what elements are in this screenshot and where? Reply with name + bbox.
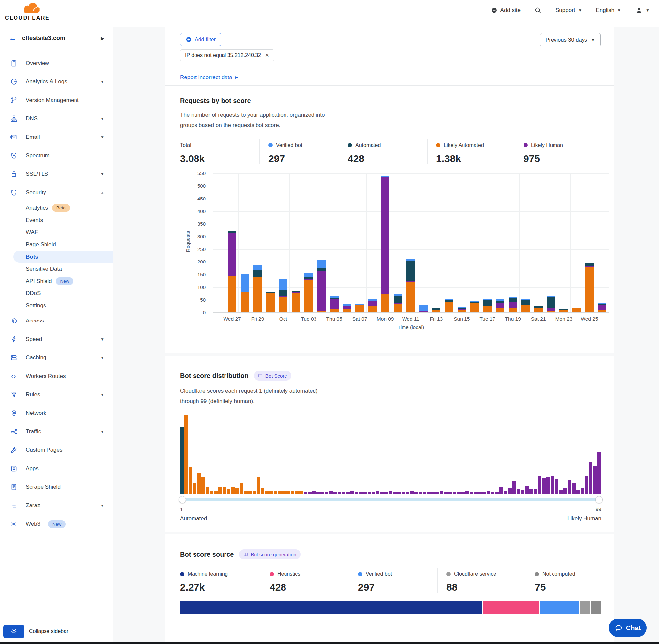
time-range-dropdown[interactable]: Previous 30 days ▼ [540, 33, 601, 46]
chevron-right-icon[interactable]: ▶ [100, 36, 104, 41]
sidebar-item-api-shield[interactable]: API ShieldNew [13, 275, 113, 287]
report-incorrect-data-link[interactable]: Report incorrect data▶ [165, 69, 614, 86]
source-title: Bot score source [180, 551, 234, 558]
stat-label[interactable]: Heuristics [277, 571, 300, 577]
stacked-bar[interactable] [277, 174, 290, 312]
stacked-bar[interactable] [238, 174, 251, 312]
stacked-bar[interactable] [596, 174, 609, 312]
filter-chip[interactable]: IP does not equal 35.212.240.32 ✕ [180, 49, 274, 61]
sidebar-item-scrape-shield[interactable]: Scrape Shield [0, 478, 113, 496]
histogram-bar [431, 492, 435, 494]
back-arrow-icon[interactable]: ← [8, 33, 16, 43]
stat-label[interactable]: Likely Automated [444, 142, 484, 148]
stacked-bar[interactable] [519, 174, 532, 312]
stacked-bar[interactable] [264, 174, 277, 312]
settings-gear-button[interactable] [3, 624, 24, 638]
stacked-bar[interactable] [289, 174, 302, 312]
sidebar-item-apps[interactable]: Apps [0, 459, 113, 478]
stacked-bar[interactable] [366, 174, 379, 312]
close-icon[interactable]: ✕ [265, 52, 269, 59]
sidebar-item-version-management[interactable]: Version Management [0, 91, 113, 110]
stacked-bar[interactable] [417, 174, 430, 312]
stacked-bar[interactable] [353, 174, 366, 312]
support-menu[interactable]: Support▼ [556, 7, 582, 14]
sidebar-item-rules[interactable]: Rules▼ [0, 386, 113, 404]
sidebar-item-dns[interactable]: DNS▼ [0, 110, 113, 128]
stacked-bar[interactable] [443, 174, 455, 312]
stacked-bar[interactable] [494, 174, 507, 312]
stat-label[interactable]: Automated [355, 142, 381, 148]
sidebar-item-sensitive-data[interactable]: Sensitive Data [13, 263, 113, 275]
sidebar-item-ddos[interactable]: DDoS [13, 287, 113, 299]
sidebar-item-custom-pages[interactable]: Custom Pages [0, 441, 113, 459]
search-button[interactable] [534, 6, 542, 14]
histogram-bar [512, 481, 516, 494]
stacked-bar[interactable] [226, 174, 239, 312]
score-histogram[interactable] [180, 415, 601, 494]
sidebar-item-speed[interactable]: Speed▼ [0, 330, 113, 348]
stat-label[interactable]: Not computed [542, 571, 575, 577]
slider-track[interactable] [180, 498, 601, 501]
sidebar-item-spectrum[interactable]: Spectrum [0, 146, 113, 165]
language-menu[interactable]: English▼ [596, 7, 621, 14]
sidebar-item-page-shield[interactable]: Page Shield [13, 238, 113, 251]
source-stacked-bar[interactable] [180, 601, 601, 614]
stacked-bar[interactable] [570, 174, 583, 312]
stat-label[interactable]: Verified bot [366, 571, 392, 577]
sidebar-item-network[interactable]: Network [0, 404, 113, 422]
stacked-bar[interactable] [251, 174, 264, 312]
bar-segment-verified_bot [419, 305, 428, 311]
stat-label[interactable]: Likely Human [531, 142, 563, 148]
stacked-bar[interactable] [532, 174, 545, 312]
add-site-button[interactable]: Add site [491, 7, 521, 14]
stacked-bar[interactable] [558, 174, 570, 312]
stacked-bar[interactable] [340, 174, 353, 312]
stacked-bar[interactable] [328, 174, 340, 312]
sidebar-item-security[interactable]: Security▲ [0, 183, 113, 202]
stacked-bar[interactable] [379, 174, 392, 312]
stat-label[interactable]: Cloudflare service [454, 571, 496, 577]
bot-score-docs-badge[interactable]: Bot Score [254, 371, 291, 381]
sidebar-item-caching[interactable]: Caching▼ [0, 348, 113, 367]
stacked-bar[interactable] [455, 174, 468, 312]
slider-handle-left[interactable] [179, 496, 186, 503]
account-menu[interactable]: ▼ [635, 6, 650, 14]
sidebar-item-analytics-logs[interactable]: Analytics & Logs▼ [0, 72, 113, 91]
sidebar-item-web3[interactable]: Web3New [0, 515, 113, 533]
collapse-sidebar-label[interactable]: Collapse sidebar [29, 628, 68, 635]
stacked-bar[interactable] [468, 174, 481, 312]
sidebar-item-bots[interactable]: Bots [13, 251, 113, 263]
stacked-bar[interactable] [481, 174, 494, 312]
sidebar-item-traffic[interactable]: Traffic▼ [0, 422, 113, 441]
stacked-bar[interactable] [404, 174, 417, 312]
slider-handle-right[interactable] [595, 496, 603, 503]
sidebar-item-events[interactable]: Events [13, 214, 113, 226]
add-filter-button[interactable]: Add filter [180, 33, 221, 46]
bar-segment-likely_automated [483, 306, 492, 312]
sidebar-item-overview[interactable]: Overview [0, 54, 113, 72]
stacked-bar[interactable] [315, 174, 328, 312]
stacked-bar[interactable] [213, 174, 226, 312]
bar-segment-likely_automated [496, 308, 504, 312]
stacked-bar[interactable] [545, 174, 558, 312]
stacked-bar[interactable] [392, 174, 404, 312]
sidebar-item-email[interactable]: Email▼ [0, 128, 113, 146]
sidebar-item-settings[interactable]: Settings [13, 299, 113, 312]
sidebar-item-zaraz[interactable]: Zaraz▼ [0, 496, 113, 515]
histogram-bar [448, 492, 452, 494]
stat-label[interactable]: Machine learning [188, 571, 228, 577]
stacked-bar[interactable] [430, 174, 443, 312]
sidebar-item-label: Speed [26, 336, 42, 343]
bot-score-generation-badge[interactable]: Bot score generation [239, 549, 300, 559]
sidebar-item-waf[interactable]: WAF [13, 226, 113, 238]
sidebar-item-workers-routes[interactable]: Workers Routes [0, 367, 113, 386]
cloudflare-logo[interactable]: CLOUDFLARE [5, 1, 77, 25]
sidebar-item-ssl-tls[interactable]: SSL/TLS▼ [0, 165, 113, 183]
stacked-bar[interactable] [302, 174, 315, 312]
stacked-bar[interactable] [583, 174, 596, 312]
stacked-bar[interactable] [507, 174, 519, 312]
stat-label[interactable]: Verified bot [276, 142, 302, 148]
chat-button[interactable]: Chat [609, 619, 647, 637]
sidebar-item-analytics[interactable]: AnalyticsBeta [13, 202, 113, 214]
sidebar-item-access[interactable]: Access [0, 312, 113, 330]
